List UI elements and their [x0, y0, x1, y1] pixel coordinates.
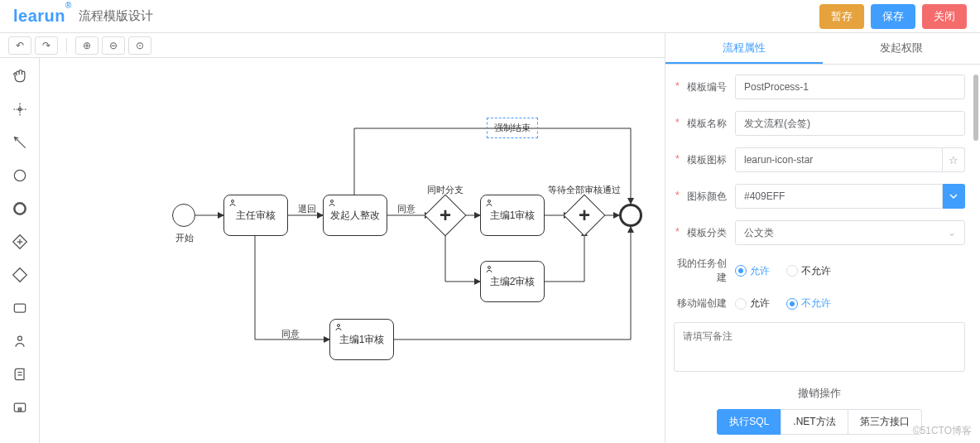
start-label: 开始	[175, 232, 194, 244]
logo: learun®	[13, 7, 72, 26]
scrollbar[interactable]	[973, 75, 978, 141]
gateway-icon[interactable]	[8, 230, 31, 253]
category-label: 模板分类	[674, 226, 735, 240]
gateway-x-icon[interactable]	[8, 263, 31, 287]
svg-point-6	[17, 336, 22, 340]
page-title: 流程模版设计	[79, 8, 153, 24]
end-event-icon[interactable]	[8, 197, 31, 220]
start-event-icon[interactable]	[8, 164, 31, 187]
task-label: 发起人整改	[330, 209, 380, 223]
pause-button[interactable]: 暂存	[819, 4, 864, 29]
svg-point-9	[232, 200, 234, 203]
mytask-label: 我的任务创建	[674, 257, 735, 285]
remark-textarea[interactable]	[674, 322, 965, 372]
watermark: ©51CTO博客	[913, 424, 972, 438]
user-task-icon[interactable]	[8, 330, 31, 353]
color-input[interactable]	[735, 184, 943, 209]
icon-input[interactable]	[735, 147, 943, 172]
annotation[interactable]: 强制结束	[487, 118, 538, 138]
svg-point-2	[14, 203, 25, 214]
redo-button[interactable]: ↷	[35, 36, 58, 55]
svg-point-1	[14, 170, 25, 181]
toolbar: ↶ ↷ ⊕ ⊖ ⊙	[0, 33, 665, 58]
subprocess-icon[interactable]	[8, 396, 31, 419]
start-event[interactable]	[172, 204, 195, 227]
zoom-out-button[interactable]: ⊙	[128, 36, 151, 55]
task-label: 主编2审核	[490, 275, 536, 289]
task-label: 主任审核	[236, 209, 276, 223]
tab-props[interactable]: 流程属性	[665, 33, 823, 64]
task-icon[interactable]	[8, 296, 31, 320]
task-node[interactable]: 主编1审核	[329, 319, 394, 360]
space-tool-icon[interactable]	[8, 131, 31, 154]
task-node[interactable]: 主编2审核	[480, 261, 545, 302]
seg-third-button[interactable]: 第三方接口	[848, 409, 922, 435]
icon-picker-button[interactable]: ☆	[943, 147, 965, 172]
palette	[0, 58, 40, 443]
zoom-fit-button[interactable]: ⊕	[75, 36, 98, 55]
tab-permission[interactable]: 发起权限	[823, 33, 980, 64]
seg-net-button[interactable]: .NET方法	[781, 409, 848, 435]
task-node[interactable]: 发起人整改	[323, 195, 387, 236]
gateway-label: 同时分支	[427, 184, 464, 196]
category-select[interactable]: 公文类⌄	[735, 220, 965, 245]
svg-point-13	[338, 325, 340, 327]
save-button[interactable]: 保存	[871, 4, 915, 29]
parallel-gateway[interactable]: +	[564, 195, 606, 237]
gateway-label: 等待全部审核通过	[548, 184, 621, 196]
edge-label: 同意	[397, 203, 416, 215]
hand-tool-icon[interactable]	[8, 65, 31, 88]
mobile-label: 移动端创建	[674, 296, 735, 311]
mobile-deny-radio[interactable]: 不允许	[786, 296, 831, 311]
svg-rect-4	[12, 268, 26, 282]
task-node[interactable]: 主编1审核	[480, 195, 545, 236]
lasso-tool-icon[interactable]	[8, 98, 31, 121]
undo-button[interactable]: ↶	[8, 36, 31, 55]
task-label: 主编1审核	[339, 333, 385, 347]
svg-point-11	[488, 200, 491, 203]
mytask-allow-radio[interactable]: 允许	[735, 264, 770, 278]
parallel-gateway[interactable]: +	[425, 195, 467, 237]
task-label: 主编1审核	[490, 209, 536, 223]
canvas[interactable]: 开始 主任审核 退回 发起人整改 同意 + 同时分支	[40, 58, 665, 443]
edge-label: 同意	[281, 328, 300, 340]
task-node[interactable]: 主任审核	[223, 195, 288, 236]
svg-point-10	[331, 200, 334, 203]
svg-rect-7	[14, 403, 25, 412]
edge-label: 退回	[298, 203, 316, 215]
icon-label: 模板图标	[674, 153, 735, 167]
code-input[interactable]	[735, 75, 965, 99]
mytask-deny-radio[interactable]: 不允许	[786, 264, 831, 278]
color-label: 图标颜色	[674, 190, 735, 204]
mobile-allow-radio[interactable]: 允许	[735, 296, 770, 311]
color-picker-button[interactable]	[943, 184, 965, 209]
script-task-icon[interactable]	[8, 363, 31, 386]
svg-rect-5	[14, 304, 25, 312]
end-event[interactable]	[619, 204, 642, 227]
revoke-section-title: 撤销操作	[674, 386, 965, 401]
code-label: 模板编号	[674, 80, 735, 94]
name-input[interactable]	[735, 111, 965, 136]
seg-sql-button[interactable]: 执行SQL	[717, 409, 781, 435]
name-label: 模板名称	[674, 117, 735, 131]
zoom-in-button[interactable]: ⊖	[102, 36, 125, 55]
svg-point-12	[488, 267, 491, 269]
close-button[interactable]: 关闭	[922, 4, 967, 29]
